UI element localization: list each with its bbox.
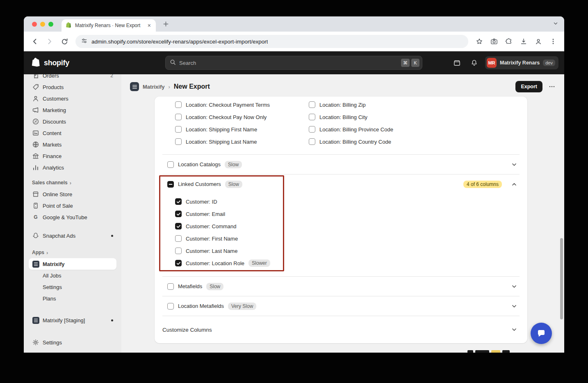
checkbox-checked[interactable] [175, 211, 182, 217]
linked-customers-checkbox[interactable] [167, 181, 174, 188]
sidebar-item-content[interactable]: Content [29, 127, 116, 139]
checkbox[interactable] [175, 126, 182, 133]
checkbox[interactable] [175, 101, 182, 108]
option-row[interactable]: Location: Billing Zip [309, 99, 393, 111]
section-location-metafields[interactable]: Location Metafields Very Slow [155, 296, 527, 316]
section-metafields[interactable]: Metafields Slow [155, 277, 527, 296]
checkbox[interactable] [175, 114, 182, 120]
sidebar-item-matrixify-staging[interactable]: Matrixify [Staging] [29, 314, 116, 326]
sidebar-item-google-youtube[interactable]: G Google & YouTube [29, 211, 116, 223]
browser-profile-icon[interactable] [531, 34, 545, 48]
customize-columns-row[interactable]: Customize Columns [155, 316, 527, 343]
location-metafields-checkbox[interactable] [167, 303, 174, 310]
sidebar-item-marketing[interactable]: Marketing [29, 104, 116, 116]
shopify-wordmark: shopify [44, 59, 69, 67]
sidebar-item-point-of-sale[interactable]: Point of Sale [29, 200, 116, 211]
minimize-window-button[interactable] [40, 22, 45, 27]
more-actions-icon[interactable] [546, 81, 558, 92]
sidebar-item-discounts[interactable]: Discounts [29, 116, 116, 127]
option-row[interactable]: Customer: ID [175, 195, 527, 208]
discounts-percent-icon [32, 118, 39, 125]
sidebar-item-plans[interactable]: Plans [29, 293, 116, 304]
store-icon[interactable] [451, 56, 464, 69]
user-menu[interactable]: MR Matrixify Renars dev [485, 56, 558, 69]
breadcrumb[interactable]: Matrixify [143, 84, 164, 90]
notifications-bell-icon[interactable] [468, 56, 481, 69]
tab-search-chevron-icon[interactable] [553, 21, 558, 28]
forward-button[interactable] [43, 34, 57, 48]
reload-button[interactable] [57, 34, 71, 48]
checkbox-checked[interactable] [175, 198, 182, 205]
sidebar-item-matrixify[interactable]: Matrixify [29, 258, 116, 270]
checkbox[interactable] [309, 138, 315, 145]
slow-badge: Slow [225, 161, 242, 168]
checkbox[interactable] [309, 126, 315, 133]
downloads-icon[interactable] [517, 34, 531, 48]
close-window-button[interactable] [32, 22, 37, 27]
chevron-up-icon[interactable] [511, 181, 517, 188]
sidebar-item-orders[interactable]: Orders 2 [29, 74, 116, 81]
address-bar[interactable]: admin.shopify.com/store/excelify-renars/… [75, 35, 468, 48]
browser-toolbar: admin.shopify.com/store/excelify-renars/… [24, 32, 564, 51]
site-settings-icon[interactable] [81, 38, 87, 45]
shopify-logo[interactable]: shopify [24, 57, 165, 69]
sidebar-item-markets[interactable]: Markets [29, 139, 116, 150]
chat-widget-button[interactable] [531, 323, 552, 344]
tab-close-icon[interactable]: × [146, 22, 153, 29]
section-location-catalogs[interactable]: Location Catalogs Slow [155, 155, 527, 174]
browser-tab[interactable]: Matrixify Renars · New Export × [62, 19, 156, 32]
option-row[interactable]: Location: Shipping First Name [175, 123, 309, 135]
sidebar-item-label: Settings [43, 339, 62, 346]
location-catalogs-checkbox[interactable] [167, 161, 174, 168]
chevron-down-icon[interactable] [511, 283, 517, 290]
back-button[interactable] [28, 34, 42, 48]
checkbox[interactable] [309, 101, 315, 108]
browser-menu-icon[interactable] [546, 34, 560, 48]
sidebar-item-settings[interactable]: Settings [29, 337, 116, 348]
metafields-checkbox[interactable] [167, 283, 174, 290]
page-scrollbar[interactable] [560, 238, 563, 319]
option-row[interactable]: Customer: Command [175, 220, 527, 232]
tab-title: Matrixify Renars · New Export [75, 23, 143, 28]
option-row[interactable]: Customer: First Name [175, 232, 527, 245]
sidebar-item-products[interactable]: Products [29, 81, 116, 93]
camera-icon[interactable] [487, 34, 501, 48]
new-tab-button[interactable] [160, 18, 171, 30]
checkbox[interactable] [309, 114, 315, 120]
option-row[interactable]: Customer: Email [175, 208, 527, 220]
content-image-icon [32, 129, 39, 137]
option-row[interactable]: Location: Checkout Payment Terms [175, 99, 309, 111]
section-linked-customers[interactable]: Linked Customers Slow 4 of 6 columns [155, 174, 527, 194]
sidebar-item-customers[interactable]: Customers [29, 93, 116, 104]
chevron-down-icon[interactable] [511, 161, 517, 168]
chevron-down-icon[interactable] [511, 303, 517, 310]
option-row[interactable]: Customer: Last Name [175, 245, 527, 257]
bookmark-star-icon[interactable] [472, 34, 486, 48]
option-row[interactable]: Location: Shipping Last Name [175, 135, 309, 148]
checkbox-checked[interactable] [175, 260, 182, 266]
sidebar-item-label: Online Store [43, 191, 72, 197]
fullscreen-window-button[interactable] [48, 22, 53, 27]
sidebar-item-matrixify-settings[interactable]: Settings [29, 281, 116, 293]
sidebar-item-snapchat-ads[interactable]: Snapchat Ads [29, 230, 116, 241]
sidebar-item-finance[interactable]: Finance [29, 150, 116, 162]
option-row[interactable]: Customer: Location RoleSlower [175, 257, 527, 269]
checkbox[interactable] [175, 138, 182, 145]
sidebar-item-online-store[interactable]: Online Store [29, 188, 116, 200]
admin-search-input[interactable]: Search ⌘ K [165, 56, 422, 70]
sidebar-item-analytics[interactable]: Analytics [29, 162, 116, 173]
checkbox-checked[interactable] [175, 223, 182, 229]
checkbox[interactable] [175, 248, 182, 254]
apps-header[interactable]: Apps› [24, 247, 121, 258]
sidebar-item-all-jobs[interactable]: All Jobs [29, 270, 116, 281]
sales-channels-header[interactable]: Sales channels› [24, 177, 121, 188]
extensions-icon[interactable] [502, 34, 516, 48]
option-row[interactable]: Location: Checkout Pay Now Only [175, 111, 309, 123]
chevron-down-icon[interactable] [511, 326, 517, 333]
export-button[interactable]: Export [515, 81, 542, 92]
option-row[interactable]: Location: Billing Province Code [309, 123, 393, 135]
checkbox[interactable] [175, 235, 182, 242]
option-row[interactable]: Location: Billing City [309, 111, 393, 123]
chevron-right-icon: › [46, 250, 48, 256]
option-row[interactable]: Location: Billing Country Code [309, 135, 393, 148]
